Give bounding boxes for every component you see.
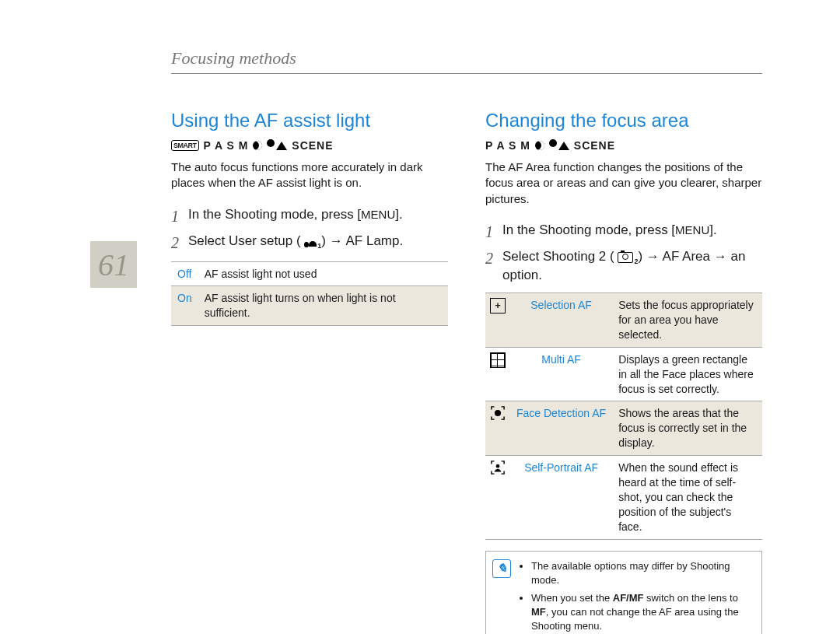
note-icon: ✎ (492, 559, 511, 578)
right-title: Changing the focus area (485, 110, 762, 131)
table-row: Multi AF Displays a green rectangle in a… (485, 347, 762, 401)
landscape-icon (276, 142, 287, 150)
night-icon (253, 141, 262, 150)
left-title: Using the AF assist light (171, 110, 448, 131)
right-column: Changing the focus area P A S M SCENE Th… (485, 110, 762, 634)
table-row: Off AF assist light not used (171, 261, 448, 286)
table-row: On AF assist light turns on when light i… (171, 286, 448, 326)
note-item: The available options may differ by Shoo… (531, 559, 752, 587)
camera-icon (618, 252, 633, 263)
table-row: Self-Portrait AF When the sound effect i… (485, 456, 762, 539)
scene-label: SCENE (292, 139, 333, 152)
table-row: Face Detection AF Shows the areas that t… (485, 401, 762, 456)
note-item: When you set the AF/MF switch on the len… (531, 591, 752, 634)
night-portrait-icon (549, 139, 554, 152)
mode-letters: P A S M (204, 139, 249, 152)
left-steps: 1 In the Shooting mode, press [MENU]. 2 … (171, 205, 448, 254)
right-intro: The AF Area function changes the positio… (485, 159, 762, 207)
table-row: Selection AF Sets the focus appropriatel… (485, 293, 762, 348)
note-box: ✎ The available options may differ by Sh… (485, 551, 762, 634)
svg-point-0 (495, 410, 501, 416)
af-area-table: Selection AF Sets the focus appropriatel… (485, 292, 762, 539)
page-number: 61 (90, 241, 137, 288)
svg-point-1 (496, 464, 500, 468)
landscape-icon (558, 142, 569, 150)
section-header: Focusing methods (171, 48, 762, 74)
step-2: 2 Select User setup ( 1) → AF Lamp. (171, 232, 448, 254)
mode-letters: P A S M (485, 139, 530, 152)
user-setup-icon (304, 238, 317, 250)
mode-row: P A S M SCENE (485, 139, 762, 152)
smart-icon: SMART (171, 140, 199, 151)
night-portrait-icon (267, 139, 271, 152)
right-steps: 1 In the Shooting mode, press [MENU]. 2 … (485, 221, 762, 285)
step-2: 2 Select Shooting 2 ( 2) → AF Area → an … (485, 247, 762, 285)
left-intro: The auto focus functions more accurately… (171, 159, 448, 191)
note-list: The available options may differ by Shoo… (519, 559, 752, 634)
night-icon (535, 141, 544, 150)
af-lamp-table: Off AF assist light not used On AF assis… (171, 261, 448, 327)
face-detection-af-icon (491, 406, 505, 420)
left-column: Using the AF assist light SMART P A S M … (171, 110, 448, 634)
multi-af-icon (490, 352, 506, 368)
step-1: 1 In the Shooting mode, press [MENU]. (171, 205, 448, 227)
scene-label: SCENE (574, 139, 615, 152)
selection-af-icon (490, 298, 506, 313)
step-1: 1 In the Shooting mode, press [MENU]. (485, 221, 762, 243)
self-portrait-af-icon (491, 461, 505, 475)
mode-row: SMART P A S M SCENE (171, 139, 448, 152)
